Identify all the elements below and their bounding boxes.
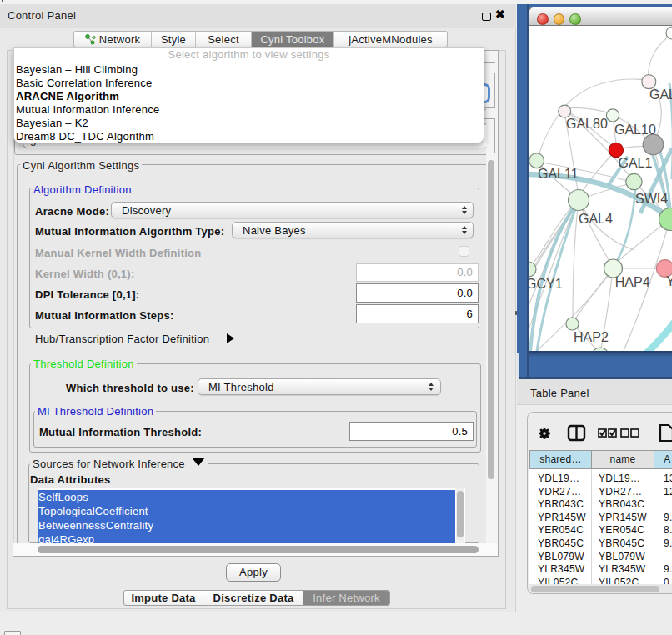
svg-text:GCY1: GCY1: [529, 277, 563, 291]
svg-text:GAL1: GAL1: [619, 156, 653, 170]
svg-text:GAL10: GAL10: [614, 122, 656, 137]
svg-text:SWI4: SWI4: [635, 192, 668, 206]
svg-text:Y: Y: [666, 274, 672, 288]
svg-text:GAL80: GAL80: [566, 117, 608, 131]
svg-text:GAL4: GAL4: [579, 212, 613, 226]
svg-text:GAL11: GAL11: [538, 167, 579, 181]
svg-text:GAL2: GAL2: [649, 88, 672, 102]
svg-text:HAP4: HAP4: [615, 275, 650, 289]
svg-text:HAP2: HAP2: [574, 330, 609, 344]
